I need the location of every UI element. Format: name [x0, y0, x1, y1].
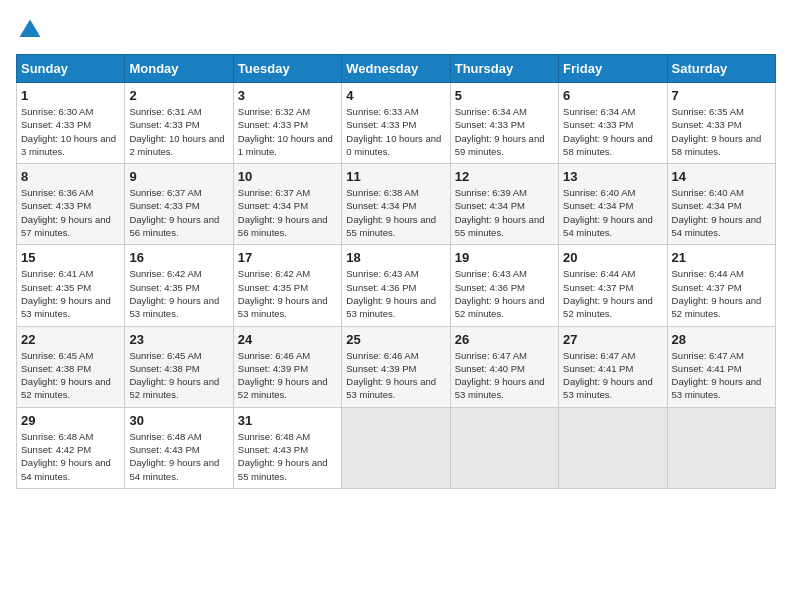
- day-info: Sunrise: 6:47 AM Sunset: 4:41 PM Dayligh…: [672, 349, 771, 402]
- calendar-cell: 16 Sunrise: 6:42 AM Sunset: 4:35 PM Dayl…: [125, 245, 233, 326]
- calendar-table: SundayMondayTuesdayWednesdayThursdayFrid…: [16, 54, 776, 489]
- calendar-cell: 15 Sunrise: 6:41 AM Sunset: 4:35 PM Dayl…: [17, 245, 125, 326]
- day-info: Sunrise: 6:48 AM Sunset: 4:43 PM Dayligh…: [129, 430, 228, 483]
- day-number: 4: [346, 88, 445, 103]
- column-header-friday: Friday: [559, 55, 667, 83]
- day-number: 17: [238, 250, 337, 265]
- calendar-week-3: 15 Sunrise: 6:41 AM Sunset: 4:35 PM Dayl…: [17, 245, 776, 326]
- calendar-cell: 7 Sunrise: 6:35 AM Sunset: 4:33 PM Dayli…: [667, 83, 775, 164]
- calendar-cell: 13 Sunrise: 6:40 AM Sunset: 4:34 PM Dayl…: [559, 164, 667, 245]
- day-number: 29: [21, 413, 120, 428]
- day-number: 25: [346, 332, 445, 347]
- calendar-week-4: 22 Sunrise: 6:45 AM Sunset: 4:38 PM Dayl…: [17, 326, 776, 407]
- calendar-cell: 26 Sunrise: 6:47 AM Sunset: 4:40 PM Dayl…: [450, 326, 558, 407]
- day-info: Sunrise: 6:34 AM Sunset: 4:33 PM Dayligh…: [455, 105, 554, 158]
- calendar-cell: 28 Sunrise: 6:47 AM Sunset: 4:41 PM Dayl…: [667, 326, 775, 407]
- calendar-cell: 8 Sunrise: 6:36 AM Sunset: 4:33 PM Dayli…: [17, 164, 125, 245]
- calendar-cell: 20 Sunrise: 6:44 AM Sunset: 4:37 PM Dayl…: [559, 245, 667, 326]
- day-number: 10: [238, 169, 337, 184]
- calendar-cell: 2 Sunrise: 6:31 AM Sunset: 4:33 PM Dayli…: [125, 83, 233, 164]
- day-number: 21: [672, 250, 771, 265]
- column-header-sunday: Sunday: [17, 55, 125, 83]
- day-info: Sunrise: 6:47 AM Sunset: 4:41 PM Dayligh…: [563, 349, 662, 402]
- day-number: 6: [563, 88, 662, 103]
- day-info: Sunrise: 6:42 AM Sunset: 4:35 PM Dayligh…: [238, 267, 337, 320]
- column-header-tuesday: Tuesday: [233, 55, 341, 83]
- day-info: Sunrise: 6:46 AM Sunset: 4:39 PM Dayligh…: [346, 349, 445, 402]
- calendar-cell: 23 Sunrise: 6:45 AM Sunset: 4:38 PM Dayl…: [125, 326, 233, 407]
- day-info: Sunrise: 6:48 AM Sunset: 4:43 PM Dayligh…: [238, 430, 337, 483]
- day-number: 9: [129, 169, 228, 184]
- calendar-cell: 25 Sunrise: 6:46 AM Sunset: 4:39 PM Dayl…: [342, 326, 450, 407]
- calendar-cell: 31 Sunrise: 6:48 AM Sunset: 4:43 PM Dayl…: [233, 407, 341, 488]
- day-info: Sunrise: 6:43 AM Sunset: 4:36 PM Dayligh…: [455, 267, 554, 320]
- day-info: Sunrise: 6:35 AM Sunset: 4:33 PM Dayligh…: [672, 105, 771, 158]
- day-number: 1: [21, 88, 120, 103]
- calendar-cell: 5 Sunrise: 6:34 AM Sunset: 4:33 PM Dayli…: [450, 83, 558, 164]
- day-info: Sunrise: 6:46 AM Sunset: 4:39 PM Dayligh…: [238, 349, 337, 402]
- day-info: Sunrise: 6:36 AM Sunset: 4:33 PM Dayligh…: [21, 186, 120, 239]
- day-number: 3: [238, 88, 337, 103]
- day-number: 31: [238, 413, 337, 428]
- day-info: Sunrise: 6:41 AM Sunset: 4:35 PM Dayligh…: [21, 267, 120, 320]
- day-info: Sunrise: 6:47 AM Sunset: 4:40 PM Dayligh…: [455, 349, 554, 402]
- day-number: 2: [129, 88, 228, 103]
- calendar-cell: [559, 407, 667, 488]
- day-number: 16: [129, 250, 228, 265]
- day-number: 11: [346, 169, 445, 184]
- calendar-cell: 29 Sunrise: 6:48 AM Sunset: 4:42 PM Dayl…: [17, 407, 125, 488]
- calendar-cell: 18 Sunrise: 6:43 AM Sunset: 4:36 PM Dayl…: [342, 245, 450, 326]
- day-info: Sunrise: 6:31 AM Sunset: 4:33 PM Dayligh…: [129, 105, 228, 158]
- column-header-monday: Monday: [125, 55, 233, 83]
- calendar-cell: 22 Sunrise: 6:45 AM Sunset: 4:38 PM Dayl…: [17, 326, 125, 407]
- calendar-cell: [342, 407, 450, 488]
- calendar-cell: 19 Sunrise: 6:43 AM Sunset: 4:36 PM Dayl…: [450, 245, 558, 326]
- day-number: 20: [563, 250, 662, 265]
- calendar-cell: 12 Sunrise: 6:39 AM Sunset: 4:34 PM Dayl…: [450, 164, 558, 245]
- day-info: Sunrise: 6:45 AM Sunset: 4:38 PM Dayligh…: [129, 349, 228, 402]
- day-number: 5: [455, 88, 554, 103]
- calendar-cell: 10 Sunrise: 6:37 AM Sunset: 4:34 PM Dayl…: [233, 164, 341, 245]
- page-header: [16, 16, 776, 44]
- day-number: 18: [346, 250, 445, 265]
- day-info: Sunrise: 6:39 AM Sunset: 4:34 PM Dayligh…: [455, 186, 554, 239]
- column-header-thursday: Thursday: [450, 55, 558, 83]
- day-info: Sunrise: 6:37 AM Sunset: 4:34 PM Dayligh…: [238, 186, 337, 239]
- calendar-cell: 9 Sunrise: 6:37 AM Sunset: 4:33 PM Dayli…: [125, 164, 233, 245]
- day-info: Sunrise: 6:37 AM Sunset: 4:33 PM Dayligh…: [129, 186, 228, 239]
- day-info: Sunrise: 6:40 AM Sunset: 4:34 PM Dayligh…: [563, 186, 662, 239]
- calendar-cell: 27 Sunrise: 6:47 AM Sunset: 4:41 PM Dayl…: [559, 326, 667, 407]
- calendar-cell: 3 Sunrise: 6:32 AM Sunset: 4:33 PM Dayli…: [233, 83, 341, 164]
- calendar-cell: [667, 407, 775, 488]
- day-info: Sunrise: 6:43 AM Sunset: 4:36 PM Dayligh…: [346, 267, 445, 320]
- calendar-cell: 6 Sunrise: 6:34 AM Sunset: 4:33 PM Dayli…: [559, 83, 667, 164]
- calendar-cell: 11 Sunrise: 6:38 AM Sunset: 4:34 PM Dayl…: [342, 164, 450, 245]
- day-info: Sunrise: 6:42 AM Sunset: 4:35 PM Dayligh…: [129, 267, 228, 320]
- calendar-cell: 1 Sunrise: 6:30 AM Sunset: 4:33 PM Dayli…: [17, 83, 125, 164]
- calendar-cell: 4 Sunrise: 6:33 AM Sunset: 4:33 PM Dayli…: [342, 83, 450, 164]
- calendar-week-2: 8 Sunrise: 6:36 AM Sunset: 4:33 PM Dayli…: [17, 164, 776, 245]
- day-number: 28: [672, 332, 771, 347]
- logo: [16, 16, 48, 44]
- day-info: Sunrise: 6:44 AM Sunset: 4:37 PM Dayligh…: [563, 267, 662, 320]
- day-number: 30: [129, 413, 228, 428]
- day-number: 22: [21, 332, 120, 347]
- day-number: 26: [455, 332, 554, 347]
- day-info: Sunrise: 6:40 AM Sunset: 4:34 PM Dayligh…: [672, 186, 771, 239]
- calendar-week-1: 1 Sunrise: 6:30 AM Sunset: 4:33 PM Dayli…: [17, 83, 776, 164]
- day-number: 13: [563, 169, 662, 184]
- day-info: Sunrise: 6:32 AM Sunset: 4:33 PM Dayligh…: [238, 105, 337, 158]
- day-info: Sunrise: 6:48 AM Sunset: 4:42 PM Dayligh…: [21, 430, 120, 483]
- day-number: 27: [563, 332, 662, 347]
- column-header-wednesday: Wednesday: [342, 55, 450, 83]
- day-number: 12: [455, 169, 554, 184]
- calendar-cell: 14 Sunrise: 6:40 AM Sunset: 4:34 PM Dayl…: [667, 164, 775, 245]
- calendar-cell: [450, 407, 558, 488]
- day-info: Sunrise: 6:34 AM Sunset: 4:33 PM Dayligh…: [563, 105, 662, 158]
- day-number: 14: [672, 169, 771, 184]
- day-info: Sunrise: 6:38 AM Sunset: 4:34 PM Dayligh…: [346, 186, 445, 239]
- calendar-cell: 17 Sunrise: 6:42 AM Sunset: 4:35 PM Dayl…: [233, 245, 341, 326]
- day-number: 23: [129, 332, 228, 347]
- calendar-cell: 24 Sunrise: 6:46 AM Sunset: 4:39 PM Dayl…: [233, 326, 341, 407]
- logo-icon: [16, 16, 44, 44]
